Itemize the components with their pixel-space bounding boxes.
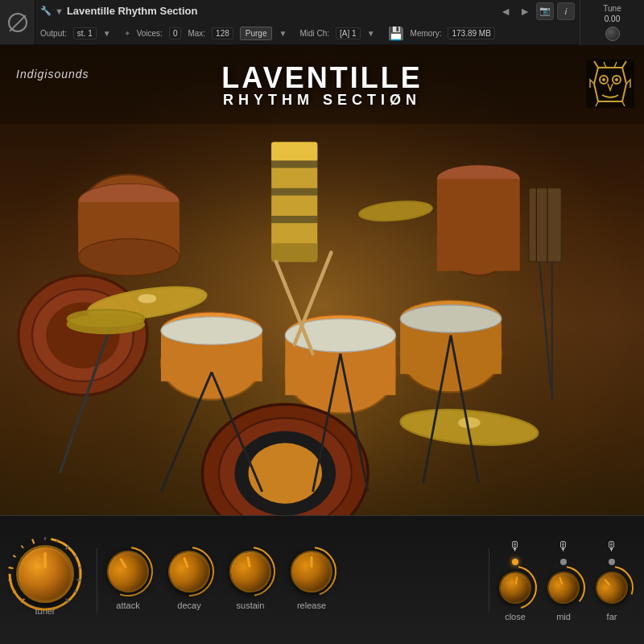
far-mic-icon-container: 🎙 [605,539,618,554]
tuner-section: tuner [16,545,74,616]
sustain-knob-wrapper [229,551,271,592]
instrument-image: Indigisounds LAVENTILLE RHYTHM SECTIØN [0,45,644,515]
svg-point-33 [249,443,322,503]
camera-button[interactable]: 📷 [536,2,554,20]
tune-panel: Tune 0.00 [580,0,644,45]
attack-group: attack [107,551,149,610]
svg-rect-7 [271,142,317,161]
dropdown-arrow: ▼ [55,6,64,16]
svg-rect-14 [437,179,520,270]
separator-2 [489,548,489,613]
midi-label: Midi Ch: [299,29,329,38]
voices-value: 0 [169,27,182,39]
svg-line-78 [13,591,15,592]
purge-dropdown-arrow[interactable]: ▼ [279,29,287,38]
close-group: 🎙 close [499,539,531,621]
svg-line-76 [66,598,69,602]
info-button[interactable]: i [557,2,575,20]
memory-label: Memory: [411,29,442,38]
svg-line-74 [76,579,81,580]
decay-knob-wrapper [168,551,210,592]
memory-value: 173.89 MB [448,27,494,39]
tune-value: 0.00 [605,14,620,23]
disk-icon: 💾 [388,26,404,41]
close-label: close [505,612,526,621]
svg-line-80 [9,568,14,568]
midi-dropdown-arrow[interactable]: ▼ [367,29,375,38]
output-dropdown-arrow[interactable]: ▼ [103,29,111,38]
svg-line-75 [74,591,76,592]
mid-group: 🎙 mid [547,539,580,621]
max-label: Max: [188,29,205,38]
svg-point-41 [67,310,144,328]
product-title: LAVENTILLE [221,61,422,95]
svg-rect-11 [271,216,317,223]
output-label: Output: [40,29,67,38]
svg-rect-52 [529,188,561,262]
svg-point-35 [138,294,156,303]
bottom-controls: tuner attack [0,515,644,644]
wrench-icon: 🔧 [40,6,52,16]
attack-knob-wrapper [107,551,149,592]
top-bar-main: 🔧 ▼ Laventille Rhythm Section ◄ ► 📷 i Ou… [35,0,580,44]
adsr-section: attack decay [107,551,479,610]
brand-label: Indigisounds [16,68,89,80]
tuner-knob[interactable] [16,545,74,603]
release-knob-wrapper [291,551,332,592]
svg-point-5 [78,239,180,276]
far-group: 🎙 far [596,539,628,621]
svg-line-72 [74,555,76,557]
svg-line-73 [78,568,81,568]
drums-illustration [0,45,644,515]
tuner-knob-wrapper [16,545,74,603]
svg-rect-10 [271,188,317,196]
close-mic-icon-container: 🎙 [509,539,522,554]
svg-line-81 [13,555,15,557]
mid-knob-wrapper [547,572,580,604]
svg-line-83 [32,539,34,543]
output-value[interactable]: st. 1 [73,27,97,39]
product-subtitle: RHYTHM SECTIØN [223,92,421,109]
svg-line-70 [56,539,57,542]
close-knob-wrapper [499,572,531,604]
mid-label: mid [556,612,571,621]
tune-label: Tune [603,4,621,13]
mid-mic-icon-container: 🎙 [557,539,570,554]
svg-line-82 [21,545,23,547]
circle-slash-icon [8,13,27,32]
svg-point-21 [161,317,262,345]
svg-point-59 [602,78,605,81]
svg-point-37 [458,417,480,428]
nav-left-button[interactable]: ◄ [497,5,514,18]
mic-knobs-section: 🎙 close 🎙 [499,539,628,621]
decay-label: decay [177,601,200,610]
svg-line-71 [66,545,69,549]
voices-label: Voices: [137,29,163,38]
release-label: release [297,601,326,610]
midi-value[interactable]: [A] 1 [336,27,361,39]
mid-mic-icon: 🎙 [557,539,570,554]
sustain-group: sustain [229,551,271,610]
instrument-title: Laventille Rhythm Section [67,5,494,17]
release-knob[interactable] [291,551,332,592]
top-row1: 🔧 ▼ Laventille Rhythm Section ◄ ► 📷 i [35,0,580,23]
purge-button[interactable]: Purge [240,27,273,40]
sustain-label: sustain [237,601,265,610]
svg-point-60 [615,78,618,81]
logo-right [586,60,630,103]
separator-1 [97,548,97,613]
logo-icon [0,0,35,44]
decay-group: decay [168,551,210,610]
nav-right-button[interactable]: ► [517,5,533,18]
far-mic-icon: 🎙 [605,539,618,554]
release-group: release [291,551,332,610]
svg-rect-9 [271,160,317,167]
far-knob-wrapper [596,572,628,604]
svg-point-29 [400,305,502,332]
attack-label: attack [116,601,139,610]
svg-rect-8 [271,243,317,262]
top-row2: Output: st. 1 ▼ ✦ Voices: 0 Max: 128 Pur… [35,23,580,45]
svg-line-79 [9,580,12,580]
tune-mini-knob[interactable] [605,27,620,41]
voices-icon: ✦ [124,29,130,38]
